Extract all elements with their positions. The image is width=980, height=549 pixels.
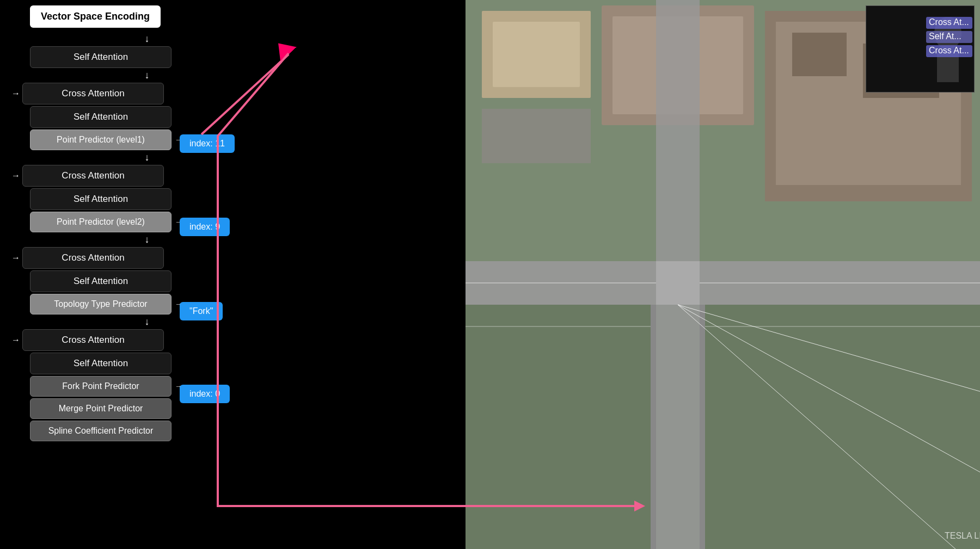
cross-attention-2: Cross Attention: [22, 165, 164, 187]
svg-rect-19: [651, 305, 656, 549]
point-predictor-2: Point Predictor (level2): [30, 212, 171, 232]
fork-point-predictor: Fork Point Predictor: [30, 376, 171, 397]
vector-space-box: Vector Space Encoding: [30, 5, 161, 28]
arrow-down-1: ↓: [74, 70, 220, 81]
arrow-down-2: ↓: [74, 152, 220, 163]
mini-preview: Cross At... Self At... Cross At...: [866, 5, 975, 92]
svg-text:Cross At...: Cross At...: [929, 17, 969, 27]
index-0-box: index: 0: [180, 385, 230, 403]
self-attention-1: Self Attention: [30, 46, 171, 68]
svg-rect-13: [792, 33, 847, 76]
merge-point-predictor: Merge Point Predictor: [30, 398, 171, 419]
self-attention-4: Self Attention: [30, 270, 171, 292]
svg-rect-9: [656, 305, 700, 549]
mini-preview-svg: Cross At... Self At... Cross At...: [866, 6, 975, 92]
fork-box: "Fork": [180, 302, 223, 320]
svg-text:Cross At...: Cross At...: [929, 46, 969, 55]
self-attention-3: Self Attention: [30, 188, 171, 210]
svg-rect-15: [465, 305, 653, 549]
svg-rect-8: [656, 0, 700, 261]
arrow-down-0: ↓: [74, 33, 220, 45]
map-panel: TESLA LIVE Cross At... Self At... Cross …: [465, 0, 980, 549]
point-predictor-1: Point Predictor (level1): [30, 129, 171, 150]
cross-attention-4: Cross Attention: [22, 329, 164, 351]
left-arrow-2: →: [11, 171, 20, 181]
cross-attention-1: Cross Attention: [22, 83, 164, 104]
svg-text:Self At...: Self At...: [929, 32, 961, 41]
svg-text:TESLA  LIVE: TESLA LIVE: [945, 531, 980, 540]
index-11-box: index: 11: [180, 134, 235, 153]
svg-rect-10: [656, 261, 700, 305]
svg-rect-5: [482, 109, 591, 163]
left-panel: Vector Space Encoding ↓ Self Attention ↓…: [0, 0, 229, 549]
cross-attention-3: Cross Attention: [22, 247, 164, 269]
topology-predictor: Topology Type Predictor: [30, 294, 171, 314]
left-arrow-4: →: [11, 335, 20, 345]
middle-panel: "Language of Lanes": [229, 0, 463, 549]
left-arrow-1: →: [11, 89, 20, 98]
index-9-box: index: 9: [180, 218, 230, 236]
left-arrow-3: →: [11, 253, 20, 263]
self-attention-2: Self Attention: [30, 106, 171, 128]
spline-coefficient-predictor: Spline Coefficient Predictor: [30, 421, 171, 441]
svg-rect-2: [493, 22, 580, 87]
self-attention-5: Self Attention: [30, 353, 171, 374]
svg-rect-20: [700, 305, 705, 549]
